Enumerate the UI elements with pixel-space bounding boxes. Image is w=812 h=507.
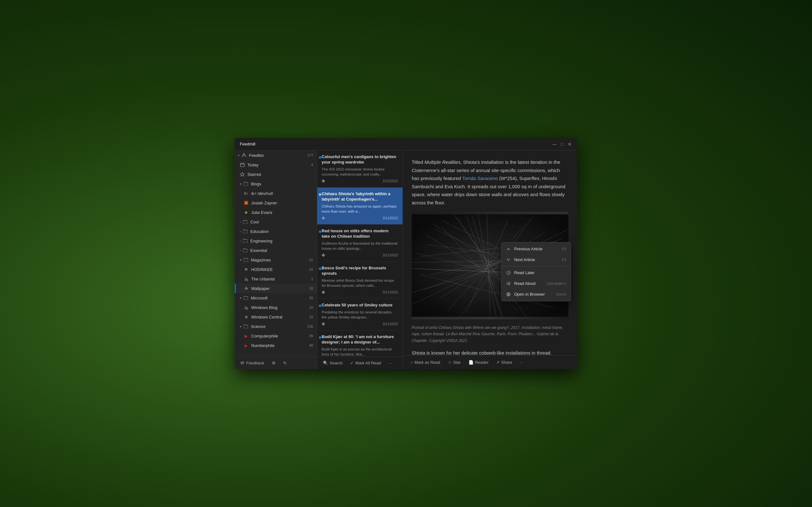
context-menu-item-next[interactable]: Next Article F3 xyxy=(502,255,571,265)
account-chevron-icon: ▾ xyxy=(238,154,240,157)
sidebar-item-josiah[interactable]: J Josiah Zayner xyxy=(235,198,317,208)
sidebar-item-urbanist[interactable]: The Urbanist 1 xyxy=(235,274,317,284)
sidebar-item-blogs[interactable]: ▾ Blogs xyxy=(235,179,317,188)
sidebar-item-devnull[interactable]: &> &> /dev/null xyxy=(235,188,317,198)
context-menu-item-prev[interactable]: Previous Article F2 xyxy=(502,244,571,255)
numberphile-youtube-icon: ▶ xyxy=(244,343,249,348)
next-article-shortcut: F3 xyxy=(562,258,566,262)
star-button[interactable]: ☆ Star xyxy=(445,359,463,366)
sidebar-item-hodinkee[interactable]: H HODINKEE 10 xyxy=(235,265,317,274)
article-title: Bodil Kjær at 90: 'I am not a furniture … xyxy=(322,334,398,345)
refresh-icon: ↻ xyxy=(283,360,287,365)
sidebar-item-cool[interactable]: › Cool xyxy=(235,217,317,227)
context-menu-item-open-browser[interactable]: Open in Browser Ctrl+O xyxy=(502,289,571,300)
read-aloud-shortcut: Ctrl+Shift+U xyxy=(547,282,566,285)
sidebar-item-windows-blog[interactable]: Windows Blog 10 xyxy=(235,302,317,312)
josiah-icon: J xyxy=(244,200,249,205)
science-chevron-icon: ▾ xyxy=(240,325,241,328)
essential-label: Essential xyxy=(250,248,313,253)
hodinkee-icon: H xyxy=(244,267,249,272)
article-item[interactable]: Bosco Sodi's recipe for Brussels sprouts… xyxy=(317,262,403,299)
feedback-icon: ✉ xyxy=(241,360,244,365)
more-options-button[interactable]: ··· xyxy=(387,359,394,367)
reader-more-button[interactable]: ··· xyxy=(517,359,526,366)
computerphile-count: 39 xyxy=(309,334,313,338)
sidebar-account[interactable]: ▾ Feedbin 177 xyxy=(235,151,317,160)
science-count: 136 xyxy=(307,325,313,328)
mark-as-read-button[interactable]: ○ Mark as Read xyxy=(408,359,443,366)
article-item[interactable]: Colourful men's cardigans to brighten yo… xyxy=(317,151,403,187)
mark-as-read-label: Mark as Read xyxy=(415,360,440,365)
sidebar-item-engineering[interactable]: › Engineering xyxy=(235,236,317,245)
body-link-saraceno[interactable]: Tomás Saraceno xyxy=(462,176,498,181)
context-menu-item-read-aloud[interactable]: Read Aloud Ctrl+Shift+U xyxy=(502,278,571,289)
share-button[interactable]: ↗ Share xyxy=(494,359,515,366)
open-browser-shortcut: Ctrl+O xyxy=(556,292,566,296)
prev-article-icon xyxy=(506,246,511,251)
next-article-label: Next Article xyxy=(514,257,559,262)
reader-button[interactable]: 📄 Reader xyxy=(466,359,491,366)
body-em-1: Multiple Realities xyxy=(424,159,460,165)
numberphile-count: 40 xyxy=(309,343,313,347)
svg-point-9 xyxy=(245,308,246,309)
josiah-label: Josiah Zayner xyxy=(251,201,313,205)
sidebar-item-microsoft[interactable]: ▾ Microsoft 20 xyxy=(235,293,317,302)
sidebar-item-wallpaper[interactable]: ✤ Wallpaper 10 xyxy=(235,284,317,293)
context-menu-divider xyxy=(502,266,571,267)
maximize-button[interactable]: □ xyxy=(560,142,565,147)
open-browser-label: Open in Browser xyxy=(514,292,553,297)
unread-dot xyxy=(319,156,321,159)
code-icon: &> xyxy=(244,191,249,196)
article-meta: ✤ 3/11/2022 xyxy=(322,216,398,221)
sidebar-item-science[interactable]: ▾ Science 136 xyxy=(235,322,317,331)
reader-icon: 📄 xyxy=(468,360,473,365)
unread-dot xyxy=(319,336,321,339)
article-title: Red house on stilts offers modern take o… xyxy=(322,228,398,239)
sidebar-item-computerphile[interactable]: ▶ Computerphile 39 xyxy=(235,331,317,341)
blogs-folder-icon xyxy=(243,181,248,186)
article-list-footer: 🔍 Search ✓ Mark All Read ··· xyxy=(317,356,403,369)
account-icon xyxy=(241,153,247,158)
urbanist-rss-icon xyxy=(244,276,249,281)
context-menu-item-read-later[interactable]: Read Later xyxy=(502,268,571,278)
article-item[interactable]: Chiharu Shiota's 'labyrinth within a lab… xyxy=(317,187,403,225)
settings-button[interactable]: ⚙ xyxy=(270,359,277,367)
sidebar-item-numberphile[interactable]: ▶ Numberphile 40 xyxy=(235,341,317,350)
svg-point-44 xyxy=(495,290,500,294)
sidebar-item-julia[interactable]: ★ Julia Evans xyxy=(235,208,317,217)
sidebar-item-essential[interactable]: › Essential xyxy=(235,245,317,255)
education-folder-icon xyxy=(243,229,248,234)
windows-central-count: 10 xyxy=(309,315,313,319)
refresh-button[interactable]: ↻ xyxy=(281,359,289,367)
article-meta: ✤ 3/11/2022 xyxy=(322,290,398,295)
mark-all-read-label: Mark All Read xyxy=(355,360,381,365)
cool-label: Cool xyxy=(250,220,313,224)
share-icon: ↗ xyxy=(496,360,500,365)
search-button[interactable]: 🔍 Search xyxy=(321,359,345,367)
svg-rect-1 xyxy=(241,163,244,167)
microsoft-folder-icon xyxy=(243,295,248,300)
julia-icon: ★ xyxy=(244,210,249,215)
minimize-button[interactable]: — xyxy=(552,142,557,147)
main-layout: ▾ Feedbin 177 Today 4 Starred xyxy=(235,151,577,369)
cool-chevron-icon: › xyxy=(240,220,241,224)
more-icon: ··· xyxy=(520,360,523,365)
sidebar-item-starred[interactable]: Starred xyxy=(235,170,317,179)
sidebar-item-windows-central[interactable]: ⊞ Windows Central 10 xyxy=(235,312,317,322)
mark-all-read-button[interactable]: ✓ Mark All Read xyxy=(348,359,383,367)
star-label: Star xyxy=(453,360,461,365)
svg-point-0 xyxy=(243,153,245,155)
feedback-button[interactable]: ✉ Feedback xyxy=(239,359,266,367)
sidebar-item-magazines[interactable]: ▾ Magazines 21 xyxy=(235,255,317,265)
window-controls: — □ ✕ xyxy=(552,142,572,147)
computerphile-youtube-icon: ▶ xyxy=(244,333,249,338)
starred-label: Starred xyxy=(247,172,313,177)
wallpaper-label: Wallpaper xyxy=(251,286,309,291)
article-meta: ✤ 3/11/2022 xyxy=(322,322,398,326)
sidebar-item-today[interactable]: Today 4 xyxy=(235,160,317,170)
article-item[interactable]: Red house on stilts offers modern take o… xyxy=(317,225,403,262)
close-button[interactable]: ✕ xyxy=(567,142,572,147)
sidebar-item-education[interactable]: › Education xyxy=(235,227,317,236)
windows-blog-label: Windows Blog xyxy=(251,305,309,310)
article-item[interactable]: Celebrate 50 years of Smiley culture Pre… xyxy=(317,299,403,331)
